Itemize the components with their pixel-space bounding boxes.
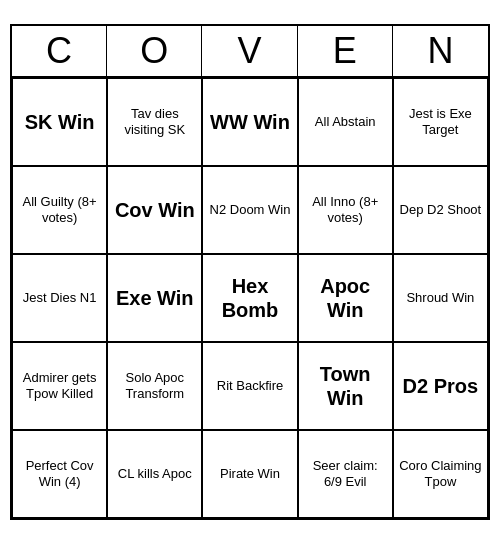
bingo-cell-19: D2 Pros	[393, 342, 488, 430]
bingo-cell-7: N2 Doom Win	[202, 166, 297, 254]
bingo-cell-13: Apoc Win	[298, 254, 393, 342]
bingo-cell-5: All Guilty (8+ votes)	[12, 166, 107, 254]
header-letter: N	[393, 26, 488, 76]
bingo-cell-17: Rit Backfire	[202, 342, 297, 430]
bingo-cell-10: Jest Dies N1	[12, 254, 107, 342]
bingo-cell-11: Exe Win	[107, 254, 202, 342]
bingo-cell-4: Jest is Exe Target	[393, 78, 488, 166]
bingo-cell-20: Perfect Cov Win (4)	[12, 430, 107, 518]
bingo-cell-18: Town Win	[298, 342, 393, 430]
bingo-cell-21: CL kills Apoc	[107, 430, 202, 518]
bingo-cell-23: Seer claim: 6/9 Evil	[298, 430, 393, 518]
bingo-cell-22: Pirate Win	[202, 430, 297, 518]
bingo-cell-16: Solo Apoc Transform	[107, 342, 202, 430]
bingo-card: COVEN SK WinTav dies visiting SKWW WinAl…	[10, 24, 490, 520]
bingo-grid: SK WinTav dies visiting SKWW WinAll Abst…	[12, 78, 488, 518]
bingo-header: COVEN	[12, 26, 488, 78]
bingo-cell-14: Shroud Win	[393, 254, 488, 342]
bingo-cell-9: Dep D2 Shoot	[393, 166, 488, 254]
bingo-cell-24: Coro Claiming Tpow	[393, 430, 488, 518]
header-letter: C	[12, 26, 107, 76]
bingo-cell-1: Tav dies visiting SK	[107, 78, 202, 166]
bingo-cell-12: Hex Bomb	[202, 254, 297, 342]
header-letter: O	[107, 26, 202, 76]
bingo-cell-6: Cov Win	[107, 166, 202, 254]
header-letter: E	[298, 26, 393, 76]
bingo-cell-8: All Inno (8+ votes)	[298, 166, 393, 254]
bingo-cell-15: Admirer gets Tpow Killed	[12, 342, 107, 430]
bingo-cell-2: WW Win	[202, 78, 297, 166]
header-letter: V	[202, 26, 297, 76]
bingo-cell-3: All Abstain	[298, 78, 393, 166]
bingo-cell-0: SK Win	[12, 78, 107, 166]
